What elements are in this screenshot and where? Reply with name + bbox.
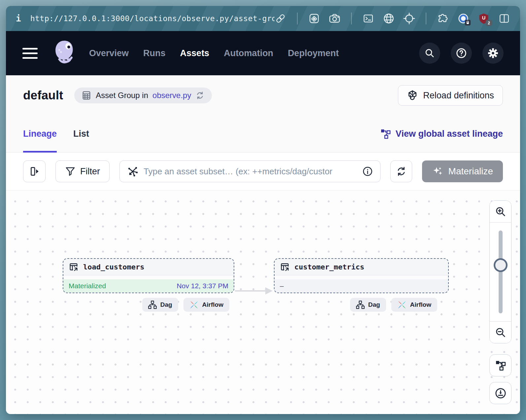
globe-icon[interactable] [383, 13, 395, 24]
tab-lineage[interactable]: Lineage [23, 116, 57, 152]
tag-airflow-label: Airflow [410, 301, 431, 308]
lineage-edge [234, 286, 275, 296]
shield-count-badge: 2 [486, 20, 492, 26]
nav-item-automation[interactable]: Automation [224, 48, 273, 58]
tag-airflow[interactable]: Airflow [391, 298, 437, 312]
nav-links: Overview Runs Assets Automation Deployme… [89, 48, 339, 58]
nav-item-runs[interactable]: Runs [143, 48, 166, 58]
lineage-canvas[interactable]: load_customers Materialized Nov 12, 3:37… [6, 191, 520, 414]
search-button[interactable] [419, 43, 440, 64]
tag-airflow-label: Airflow [202, 301, 223, 308]
dag-icon [148, 300, 157, 309]
adblock-shield-icon[interactable]: U 2 [478, 13, 490, 24]
reload-definitions-button[interactable]: Reload definitions [398, 85, 503, 106]
asset-name: load_customers [83, 263, 144, 271]
tab-list[interactable]: List [73, 116, 89, 152]
copy-link-icon[interactable] [275, 13, 286, 24]
sparkle-icon [432, 166, 443, 177]
info-icon[interactable] [362, 166, 373, 177]
zoom-slider-handle[interactable] [494, 258, 508, 272]
asset-tags-customer-metrics: Dag Airflow [350, 298, 437, 312]
materialize-label: Materialize [448, 166, 493, 177]
view-tabs: Lineage List View global asset lineage [6, 116, 520, 153]
asset-node-load-customers[interactable]: load_customers Materialized Nov 12, 3:37… [63, 258, 234, 293]
fit-graph-button[interactable] [489, 354, 511, 376]
view-global-lineage-label: View global asset lineage [396, 129, 503, 139]
asset-status-row: – [275, 279, 448, 293]
airflow-icon [397, 300, 407, 309]
asset-timestamp: Nov 12, 3:37 PM [177, 282, 228, 290]
asset-group-icon [82, 90, 91, 100]
asset-status: – [280, 282, 284, 290]
zoom-controls [489, 200, 511, 343]
reload-cube-icon [407, 90, 418, 101]
asset-status: Materialized [69, 282, 106, 290]
asset-tags-load-customers: Dag Airflow [142, 298, 229, 312]
view-global-lineage-link[interactable]: View global asset lineage [380, 129, 503, 139]
asset-group-badge-text: Asset Group in [96, 91, 148, 100]
refresh-graph-button[interactable] [390, 160, 412, 182]
svg-text:U: U [482, 15, 486, 20]
observable-asset-icon [280, 262, 290, 272]
badge-refresh-icon[interactable] [195, 91, 205, 100]
asset-subset-input[interactable] [144, 166, 357, 177]
toolbar-divider [351, 13, 352, 24]
nav-item-overview[interactable]: Overview [89, 48, 129, 58]
page-title: default [23, 88, 63, 102]
lineage-graph-icon [380, 129, 391, 139]
browser-toolbar: i http://127.0.0.1:3000/locations/observ… [6, 6, 520, 31]
tag-airflow[interactable]: Airflow [183, 298, 229, 312]
password-manager-icon[interactable] [457, 13, 469, 24]
asset-name: customer_metrics [294, 263, 364, 271]
zoom-in-button[interactable] [490, 201, 511, 223]
asset-status-row: Materialized Nov 12, 3:37 PM [63, 279, 234, 293]
address-bar[interactable]: http://127.0.0.1:3000/locations/observe.… [30, 14, 275, 23]
page-header: default Asset Group in observe.py Reload… [6, 75, 520, 116]
help-button[interactable] [451, 43, 472, 64]
terminal-icon[interactable] [362, 13, 374, 24]
airflow-icon [189, 300, 199, 309]
expand-panel-button[interactable] [23, 160, 46, 182]
asset-group-file-link[interactable]: observe.py [152, 91, 191, 100]
page-info-icon[interactable]: i [16, 14, 21, 23]
tag-dag[interactable]: Dag [142, 298, 178, 312]
zoom-slider[interactable] [490, 223, 511, 321]
split-view-icon[interactable] [498, 13, 510, 24]
asset-subset-inputbox[interactable] [119, 160, 380, 182]
tag-dag-label: Dag [368, 301, 380, 308]
screenshot-icon[interactable] [329, 13, 341, 24]
graph-toolbar: Filter Materialize [6, 153, 520, 191]
tag-dag-label: Dag [160, 301, 172, 308]
observable-asset-icon [69, 262, 79, 272]
toolbar-divider [426, 13, 426, 24]
dag-icon [356, 300, 365, 309]
materialize-button[interactable]: Materialize [422, 160, 503, 182]
dagster-logo[interactable] [51, 39, 78, 67]
nav-item-assets[interactable]: Assets [180, 48, 210, 58]
settings-gear-button[interactable] [482, 43, 504, 64]
filter-button[interactable]: Filter [55, 160, 110, 182]
download-image-button[interactable] [489, 382, 511, 404]
app-navbar: Overview Runs Assets Automation Deployme… [6, 31, 520, 75]
target-icon[interactable] [403, 13, 415, 24]
filter-funnel-icon [65, 166, 76, 177]
photos-icon[interactable] [308, 13, 320, 24]
asset-subset-icon [127, 166, 138, 177]
extensions-puzzle-icon[interactable] [437, 13, 449, 24]
filter-label: Filter [80, 166, 100, 177]
zoom-out-button[interactable] [490, 321, 511, 343]
asset-group-badge: Asset Group in observe.py [74, 88, 212, 103]
menu-hamburger-button[interactable] [22, 48, 38, 59]
lock-badge-icon [465, 20, 471, 25]
reload-definitions-label: Reload definitions [423, 90, 494, 101]
toolbar-divider [297, 13, 298, 24]
nav-item-deployment[interactable]: Deployment [288, 48, 339, 58]
asset-node-customer-metrics[interactable]: customer_metrics – [274, 258, 449, 293]
tag-dag[interactable]: Dag [350, 298, 386, 312]
browser-window: i http://127.0.0.1:3000/locations/observ… [6, 6, 520, 414]
